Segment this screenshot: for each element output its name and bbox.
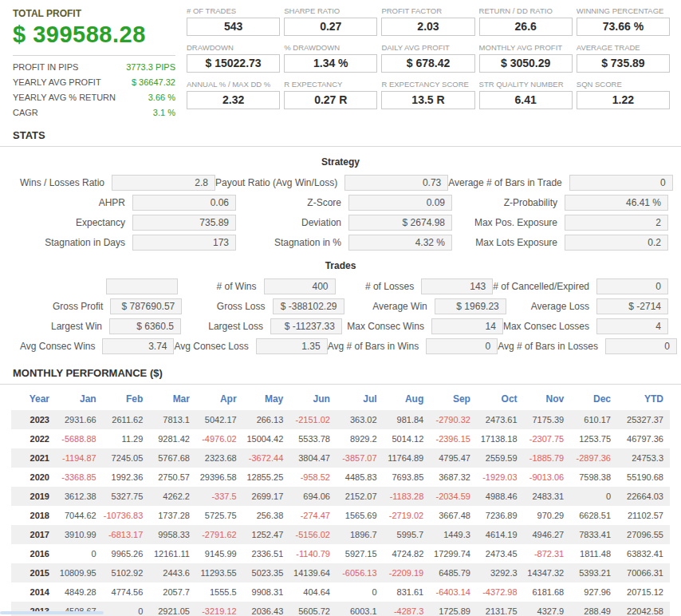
stat-value-box: 0 (605, 338, 677, 354)
metric-monthly-avg-profit: MONTHLY AVG PROFIT$ 3050.29 (479, 43, 573, 73)
monthly-cell: 7236.89 (477, 506, 524, 525)
stat-pair-largest-loss: Largest Loss$ -11237.33 (181, 318, 342, 334)
monthly-cell: 4724.82 (384, 544, 431, 563)
monthly-cell: -3857.07 (337, 448, 384, 468)
stat-value-box: 46.41 % (565, 195, 668, 211)
monthly-cell: 5725.75 (196, 506, 243, 525)
monthly-cell: 9145.99 (196, 544, 243, 563)
metric-value-box: $ 3050.29 (479, 54, 573, 73)
stat-label: Wins / Losses Ratio (20, 177, 112, 188)
year-cell: 2015 (11, 563, 56, 582)
stat-row: Avg Consec Wins3.74Avg Consec Loss1.35Av… (20, 338, 668, 354)
year-cell: 2020 (11, 468, 56, 487)
monthly-cell: -1194.87 (56, 448, 103, 468)
stat-pair-largest-win: Largest Win$ 6360.5 (20, 318, 181, 334)
monthly-cell: 5042.17 (196, 410, 243, 429)
monthly-cell: 4262.2 (149, 487, 196, 506)
monthly-cell: 3910.99 (56, 525, 103, 544)
metric-sqn-score: SQN SCORE1.22 (577, 80, 670, 109)
metric-label: R EXPECTANCY SCORE (381, 80, 474, 89)
monthly-cell: 22042.58 (617, 602, 670, 616)
stat-value-box: 173 (132, 235, 236, 251)
stat-pair-avg-of-bars-in-losses: Avg # of Bars in Losses0 (498, 338, 677, 354)
monthly-header-row: YearJanFebMarAprMayJunJulAugSepOctNovDec… (11, 388, 670, 410)
monthly-header-mar: Mar (149, 388, 196, 410)
stat-value-box: 0 (426, 338, 498, 354)
monthly-cell: 1992.36 (103, 468, 150, 487)
monthly-cell: 2931.66 (56, 410, 103, 429)
monthly-cell: 2483.31 (524, 487, 571, 506)
summary-rows: PROFIT IN PIPS3773.3 PIPSYEARLY AVG PROF… (13, 59, 175, 120)
monthly-cell: -4372.98 (477, 582, 524, 602)
monthly-cell: 4849.28 (56, 582, 103, 602)
stat-pair-wins-losses-ratio: Wins / Losses Ratio2.8 (20, 175, 215, 191)
stat-label: Expectancy (20, 217, 132, 228)
metric-label: DAILY AVG PROFIT (381, 43, 474, 52)
monthly-cell: 1737.28 (149, 506, 196, 525)
monthly-cell: 2323.68 (196, 448, 243, 468)
monthly-cell: 3667.48 (430, 506, 477, 525)
stat-row: # of Wins400# of Losses143# of Cancelled… (20, 278, 668, 294)
monthly-cell: 2611.62 (103, 410, 150, 429)
monthly-cell: 0 (103, 602, 150, 616)
monthly-cell: 6181.68 (524, 582, 571, 602)
stat-label: Max Consec Wins (342, 321, 431, 332)
monthly-cell: -3219.12 (196, 602, 243, 616)
stat-label: Max Pos. Exposure (452, 217, 565, 228)
monthly-cell: 17299.74 (430, 544, 477, 563)
stats-divider (0, 146, 681, 147)
monthly-cell: 5995.7 (384, 525, 431, 544)
stat-label: Average Loss (506, 301, 596, 312)
monthly-cell: 831.61 (384, 582, 431, 602)
monthly-cell: 29396.58 (196, 468, 243, 487)
monthly-cell: 5533.78 (289, 429, 337, 448)
monthly-cell: 27096.55 (617, 525, 670, 544)
monthly-cell: 3804.47 (289, 448, 337, 468)
stat-label: Payout Ratio (Avg Win/Loss) (215, 177, 344, 188)
metric-profit-factor: PROFIT FACTOR2.03 (381, 6, 474, 36)
metric-label: R EXPECTANCY (284, 80, 377, 89)
monthly-cell: -4287.3 (384, 602, 431, 616)
stat-pair-gross-loss: Gross Loss$ -388102.29 (182, 298, 344, 314)
stat-label: Average Win (344, 301, 435, 312)
metric-label: WINNING PERCENTAGE (577, 6, 670, 15)
monthly-header-dec: Dec (570, 388, 617, 410)
horizontal-scrollbar-thumb[interactable] (0, 611, 104, 614)
monthly-cell: 46797.36 (617, 429, 670, 448)
stat-value-box: 14 (431, 318, 503, 334)
monthly-cell: 0 (337, 582, 384, 602)
metric-value-box: 6.41 (479, 91, 573, 109)
total-profit-value: $ 399588.28 (13, 22, 175, 48)
stat-value-box: $ 6360.5 (109, 318, 181, 334)
stat-value-box: 0 (569, 175, 673, 191)
monthly-header-jul: Jul (337, 388, 384, 410)
monthly-cell: 2473.61 (477, 410, 524, 429)
metric-value-box: 2.32 (187, 91, 280, 109)
monthly-header-sep: Sep (430, 388, 477, 410)
summary-row-value: 3.66 % (148, 93, 175, 102)
metric-annual-max-dd: ANNUAL % / MAX DD %2.32 (187, 80, 280, 109)
monthly-cell: -2034.59 (430, 487, 477, 506)
monthly-cell: -872.31 (524, 544, 571, 563)
monthly-cell: 1253.75 (570, 429, 617, 448)
monthly-cell: 927.96 (570, 582, 617, 602)
monthly-cell: -6403.14 (430, 582, 477, 602)
monthly-cell: 2699.17 (243, 487, 290, 506)
stat-pair-average-win: Average Win$ 1969.23 (344, 298, 506, 314)
stat-pair-max-consec-losses: Max Consec Losses4 (503, 318, 668, 334)
monthly-header-jun: Jun (289, 388, 337, 410)
stat-value-box: $ 1969.23 (435, 298, 506, 314)
stat-value-box: 1.35 (256, 338, 328, 354)
monthly-cell: -337.5 (196, 487, 243, 506)
metric-label: STR QUALITY NUMBER (479, 80, 573, 89)
stat-label: Avg # of Bars in Wins (328, 341, 427, 352)
monthly-row-2016: 201609965.2612161.119145.992336.51-1140.… (11, 544, 670, 563)
summary-row-value: $ 36647.32 (132, 77, 175, 87)
metric-value-box: 73.66 % (577, 18, 670, 36)
monthly-cell: 12161.11 (149, 544, 196, 563)
monthly-cell: 70066.31 (617, 563, 670, 582)
monthly-cell: 7044.62 (56, 506, 103, 525)
monthly-row-2018: 20187044.62-10736.831737.285725.75256.38… (11, 506, 670, 525)
year-cell: 2018 (11, 506, 56, 525)
metric-return-dd-ratio: RETURN / DD RATIO26.6 (479, 6, 573, 36)
